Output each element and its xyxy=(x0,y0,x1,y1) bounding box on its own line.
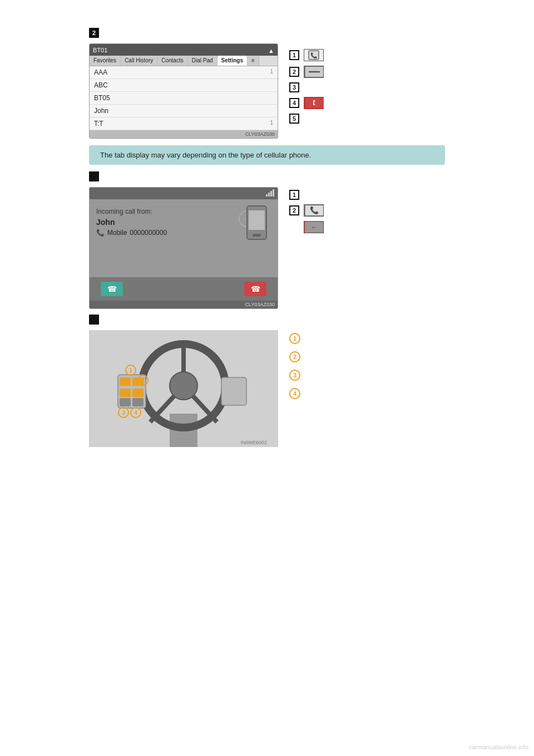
section1-header-row: 2 xyxy=(89,28,445,38)
svg-text:📞: 📞 xyxy=(310,205,319,215)
incoming-footer-code: CLY03AZ030 xyxy=(90,301,278,308)
signal-icon-2 xyxy=(266,189,274,197)
signal-area: ▲ xyxy=(256,46,274,54)
contact-row-tt[interactable]: T:T1 xyxy=(90,117,278,130)
s2-legend-item-2: 2 📞 xyxy=(289,204,324,217)
tab-favorites[interactable]: Favorites xyxy=(90,56,121,66)
s2-legend-num-2: 2 xyxy=(289,205,299,215)
legend-item-5: 5 xyxy=(289,114,324,124)
svg-rect-23 xyxy=(120,389,131,397)
screen-tabs: Favorites Call History Contacts Dial Pad… xyxy=(90,56,278,66)
s2-end-icon: ← xyxy=(304,221,324,233)
signal-icon xyxy=(256,46,265,53)
section3-legend: 1 2 3 4 xyxy=(289,330,305,402)
decline-call-button[interactable]: ☎ xyxy=(244,282,266,296)
page: 2 BT01 ▲ Favorites Call History xyxy=(0,0,534,756)
phone-small-icon: 📞 xyxy=(96,229,105,237)
tab-settings[interactable]: Settings xyxy=(217,56,248,66)
contact-row-aaa[interactable]: AAA1 xyxy=(90,66,278,79)
s3-legend-item-1: 1 xyxy=(289,333,305,344)
s3-legend-num-2: 2 xyxy=(289,351,300,362)
contact-row-abc[interactable]: ABC xyxy=(90,79,278,92)
section2: ○ Incoming call from: John 📞 Mobile 0000… xyxy=(89,187,445,309)
screen-top-bar: BT01 ▲ xyxy=(90,44,278,56)
caller-type: Mobile xyxy=(107,229,127,237)
phone-icon: 📞 xyxy=(304,49,324,61)
svg-point-19 xyxy=(170,372,197,400)
svg-rect-26 xyxy=(132,398,144,406)
section1-legend: 1 📞 2 3 4 🕻 xyxy=(289,43,324,124)
notice-text: The tab display may vary depending on th… xyxy=(100,151,311,159)
caller-number: 0000000000 xyxy=(130,229,167,237)
section2-badge xyxy=(89,171,99,181)
incoming-body: ○ Incoming call from: John 📞 Mobile 0000… xyxy=(90,199,278,277)
svg-text:IN69IE6002: IN69IE6002 xyxy=(240,440,267,445)
svg-rect-24 xyxy=(132,389,144,397)
legend-num-2: 2 xyxy=(289,67,299,77)
contacts-screen: BT01 ▲ Favorites Call History Contacts D… xyxy=(89,43,278,139)
steering-svg: 1 2 3 4 IN69IE6002 xyxy=(89,330,278,447)
svg-text:3: 3 xyxy=(122,409,125,416)
s3-legend-item-3: 3 xyxy=(289,370,305,381)
incoming-call-screen: ○ Incoming call from: John 📞 Mobile 0000… xyxy=(89,187,278,309)
incoming-spacer xyxy=(93,189,95,198)
legend-item-2: 2 xyxy=(289,66,324,78)
s3-legend-num-1: 1 xyxy=(289,333,300,344)
answer-call-button[interactable]: ☎ xyxy=(101,282,123,296)
s3-legend-item-4: 4 xyxy=(289,388,305,399)
svg-text:1: 1 xyxy=(129,367,132,374)
legend-item-3: 3 xyxy=(289,82,324,92)
s3-legend-item-2: 2 xyxy=(289,351,305,362)
tab-menu[interactable]: ≡ xyxy=(248,56,259,66)
svg-rect-8 xyxy=(253,234,261,237)
incoming-action-buttons: ☎ ☎ xyxy=(90,277,278,301)
section3-badge xyxy=(89,315,99,325)
svg-rect-27 xyxy=(221,377,246,405)
s3-legend-num-4: 4 xyxy=(289,388,300,399)
legend-num-3: 3 xyxy=(289,82,299,92)
screen-title: BT01 xyxy=(93,47,107,53)
svg-rect-25 xyxy=(120,398,131,406)
legend-num-4: 4 xyxy=(289,98,299,108)
section2-header-row xyxy=(89,171,445,181)
legend-item-1: 1 📞 xyxy=(289,49,324,61)
svg-rect-7 xyxy=(249,210,265,230)
watermark: carmanualsonline.info xyxy=(469,744,528,750)
s2-legend-item-1: 1 xyxy=(289,190,324,200)
section1: BT01 ▲ Favorites Call History Contacts D… xyxy=(89,43,445,139)
section2-legend: 1 2 📞 ← xyxy=(289,187,324,233)
contact-row-bt05[interactable]: BT05 xyxy=(90,92,278,105)
s3-legend-num-3: 3 xyxy=(289,370,300,381)
legend-item-4: 4 🕻 xyxy=(289,97,324,109)
phone-end-icon: 🕻 xyxy=(304,97,324,109)
svg-rect-21 xyxy=(120,377,131,386)
svg-text:←: ← xyxy=(312,224,318,230)
svg-text:🕻: 🕻 xyxy=(311,99,318,107)
svg-text:2: 2 xyxy=(141,377,145,384)
minus-icon xyxy=(304,66,324,78)
s2-legend-end: ← xyxy=(304,221,324,233)
incoming-signal xyxy=(266,189,274,198)
phone-image xyxy=(244,205,272,244)
notice-box: The tab display may vary depending on th… xyxy=(89,145,445,165)
incoming-top-bar xyxy=(90,188,278,199)
contact-row-john[interactable]: John xyxy=(90,105,278,117)
screen-footer-code: CLY03AZ030 xyxy=(90,130,278,138)
section1-number-badge: 2 xyxy=(89,28,99,38)
s2-legend-num-1: 1 xyxy=(289,190,299,200)
svg-text:📞: 📞 xyxy=(310,52,318,59)
svg-text:4: 4 xyxy=(134,409,138,416)
section3-header-row xyxy=(89,315,445,325)
tab-call-history[interactable]: Call History xyxy=(121,56,157,66)
section3: 1 2 3 4 IN69IE6002 1 2 xyxy=(89,330,445,447)
legend-num-5: 5 xyxy=(289,114,299,124)
legend-num-1: 1 xyxy=(289,50,299,60)
tab-contacts[interactable]: Contacts xyxy=(157,56,187,66)
tab-dial-pad[interactable]: Dial Pad xyxy=(188,56,217,66)
screen-contacts-list: AAA1 ABC BT05 John T:T1 xyxy=(90,66,278,130)
s2-phone-icon: 📞 xyxy=(304,204,324,217)
steering-wheel-image: 1 2 3 4 IN69IE6002 xyxy=(89,330,278,447)
